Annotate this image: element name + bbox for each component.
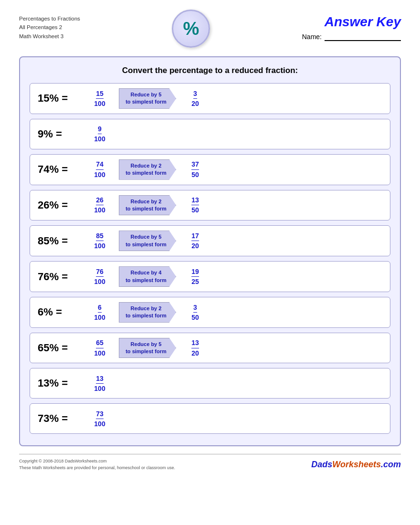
percent-symbol: % [183, 19, 199, 39]
reduce-arrow: Reduce by 5to simplest form [119, 88, 176, 109]
header-line1: Percentages to Fractions [19, 14, 80, 23]
numerator-result: 3 [193, 303, 197, 313]
footer-brand-worksheets: Worksheets [332, 460, 381, 469]
page: Percentages to Fractions All Percentages… [0, 0, 420, 525]
main-title: Convert the percentage to a reduced frac… [30, 66, 390, 75]
percent-label: 6% = [38, 306, 85, 318]
denominator-initial: 100 [94, 313, 105, 322]
reduce-arrow: Reduce by 4to simplest form [119, 266, 176, 287]
fraction-initial: 9100 [91, 125, 108, 143]
problem-row: 76% =76100Reduce by 4to simplest form192… [30, 261, 390, 292]
percent-label: 9% = [38, 128, 85, 140]
denominator-result: 50 [191, 205, 199, 214]
numerator-initial: 74 [96, 160, 104, 169]
denominator-result: 25 [191, 277, 199, 286]
reduce-arrow-shape: Reduce by 2to simplest form [119, 302, 176, 323]
numerator-result: 13 [191, 196, 199, 205]
reduce-arrow: Reduce by 5to simplest form [119, 231, 176, 251]
percent-label: 85% = [38, 235, 85, 247]
percent-label: 74% = [38, 163, 85, 176]
problem-row: 15% =15100Reduce by 5to simplest form320 [30, 83, 390, 114]
problem-row: 65% =65100Reduce by 5to simplest form132… [30, 333, 390, 364]
numerator-result: 17 [191, 231, 199, 241]
percent-label: 15% = [38, 92, 85, 105]
numerator-result: 3 [193, 89, 197, 99]
fraction-result: 1350 [187, 196, 204, 214]
fraction-result: 350 [187, 303, 204, 322]
percent-label: 26% = [38, 199, 85, 211]
fraction-result: 1720 [187, 231, 204, 250]
denominator-initial: 100 [94, 134, 105, 143]
numerator-result: 19 [191, 267, 199, 277]
fraction-result: 320 [187, 89, 204, 108]
problem-row: 73% =73100 [30, 403, 390, 434]
footer-copyright: Copyright © 2008-2018 DadsWorksheets.com [19, 458, 175, 465]
problem-row: 6% =6100Reduce by 2to simplest form350 [30, 297, 390, 328]
header-info: Percentages to Fractions All Percentages… [19, 14, 80, 41]
header-line3: Math Worksheet 3 [19, 32, 80, 41]
numerator-initial: 9 [98, 125, 102, 134]
problem-row: 26% =26100Reduce by 2to simplest form135… [30, 190, 390, 221]
denominator-result: 50 [191, 313, 199, 322]
problem-row: 74% =74100Reduce by 2to simplest form375… [30, 154, 390, 185]
denominator-initial: 100 [94, 384, 105, 393]
denominator-result: 20 [191, 99, 199, 108]
denominator-initial: 100 [94, 205, 105, 214]
denominator-initial: 100 [94, 99, 105, 108]
name-text: Name: [302, 33, 322, 41]
reduce-arrow-shape: Reduce by 5to simplest form [119, 338, 176, 358]
header-line2: All Percentages 2 [19, 23, 80, 32]
denominator-result: 20 [191, 348, 199, 357]
fraction-initial: 15100 [91, 89, 108, 108]
denominator-initial: 100 [94, 348, 105, 357]
footer-left: Copyright © 2008-2018 DadsWorksheets.com… [19, 458, 175, 471]
numerator-initial: 15 [96, 89, 104, 99]
answer-key-label: Answer Key [325, 14, 401, 30]
name-underline[interactable] [325, 32, 401, 41]
problem-row: 13% =13100 [30, 368, 390, 399]
numerator-initial: 6 [98, 303, 102, 313]
footer-brand-dotcom: .com [381, 460, 401, 469]
denominator-result: 50 [191, 170, 199, 179]
reduce-arrow-shape: Reduce by 4to simplest form [119, 266, 176, 287]
header: Percentages to Fractions All Percentages… [19, 14, 401, 48]
fraction-result: 3750 [187, 160, 204, 178]
numerator-initial: 65 [96, 338, 104, 348]
numerator-initial: 13 [96, 374, 104, 384]
reduce-arrow-shape: Reduce by 5to simplest form [119, 88, 176, 109]
percent-label: 76% = [38, 271, 85, 283]
logo-area: % [172, 10, 210, 48]
numerator-initial: 85 [96, 231, 104, 241]
reduce-arrow: Reduce by 2to simplest form [119, 302, 176, 323]
numerator-result: 13 [191, 338, 199, 348]
problem-row: 9% =9100 [30, 119, 390, 149]
reduce-arrow: Reduce by 2to simplest form [119, 195, 176, 216]
fraction-initial: 6100 [91, 303, 108, 322]
percent-logo: % [172, 10, 210, 48]
problems-container: 15% =15100Reduce by 5to simplest form320… [30, 83, 390, 434]
footer: Copyright © 2008-2018 DadsWorksheets.com… [19, 454, 401, 471]
reduce-arrow: Reduce by 2to simplest form [119, 159, 176, 180]
main-content-box: Convert the percentage to a reduced frac… [19, 56, 401, 446]
denominator-result: 20 [191, 241, 199, 250]
reduce-arrow-shape: Reduce by 2to simplest form [119, 159, 176, 180]
denominator-initial: 100 [94, 419, 105, 428]
fraction-initial: 73100 [91, 410, 108, 428]
problem-row: 85% =85100Reduce by 5to simplest form172… [30, 225, 390, 256]
numerator-initial: 73 [96, 410, 104, 419]
footer-notice: These Math Worksheets are provided for p… [19, 465, 175, 472]
footer-brand-dads: Dads [311, 460, 332, 469]
percent-label: 73% = [38, 412, 85, 425]
fraction-initial: 65100 [91, 338, 108, 357]
denominator-initial: 100 [94, 170, 105, 179]
reduce-arrow-shape: Reduce by 5to simplest form [119, 231, 176, 251]
denominator-initial: 100 [94, 277, 105, 286]
percent-label: 65% = [38, 342, 85, 354]
numerator-initial: 76 [96, 267, 104, 277]
numerator-result: 37 [191, 160, 199, 169]
fraction-initial: 26100 [91, 196, 108, 214]
numerator-initial: 26 [96, 196, 104, 205]
reduce-arrow: Reduce by 5to simplest form [119, 338, 176, 358]
footer-brand: DadsWorksheets.com [311, 460, 401, 470]
answer-key-area: Answer Key Name: [302, 14, 401, 41]
